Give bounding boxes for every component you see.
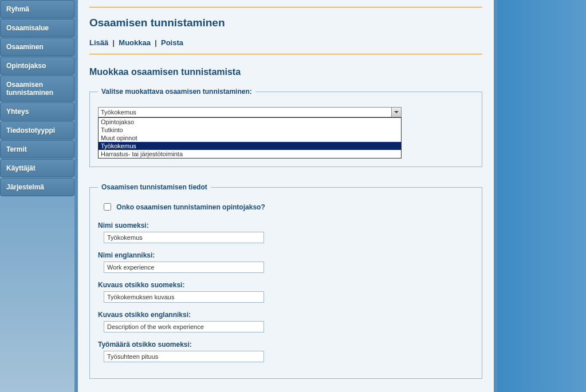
separator: | [113,39,115,47]
sidebar-item-osaaminen[interactable]: Osaaminen [0,38,74,56]
option-opintojakso[interactable]: Opintojakso [99,118,401,126]
divider [89,54,482,54]
option-tutkinto[interactable]: Tutkinto [99,126,401,134]
chevron-down-icon [391,108,401,117]
workload-title-fi-label: Työmäärä otsikko suomeksi: [98,340,474,349]
desc-title-en-input[interactable] [104,321,264,332]
sidebar-item-osaamisen-tunnistaminen[interactable]: Osaamisen tunnistaminen [0,76,74,102]
main-content: Osaamisen tunnistaminen Lisää | Muokkaa … [74,0,497,392]
workload-title-fi-input[interactable] [104,351,264,362]
divider [89,7,482,7]
action-edit[interactable]: Muokkaa [119,38,151,47]
is-course-label: Onko osaamisen tunnistaminen opintojakso… [116,203,265,211]
option-tyokokemus[interactable]: Työkokemus [99,142,401,150]
sidebar-item-opintojakso[interactable]: Opintojakso [0,57,74,75]
sidebar-item-jarjestelma[interactable]: Järjestelmä [0,178,74,196]
select-legend: Valitse muokattava osaamisen tunnistamin… [98,88,255,96]
details-fieldset: Osaamisen tunnistamisen tiedot Onko osaa… [89,183,482,379]
page-subtitle: Muokkaa osaamisen tunnistamista [89,67,482,77]
sidebar-item-yhteys[interactable]: Yhteys [0,102,74,121]
page-title: Osaamisen tunnistaminen [89,17,482,29]
sidebar-item-kayttajat[interactable]: Käyttäjät [0,159,74,177]
action-add[interactable]: Lisää [89,38,108,47]
sidebar-item-tiedostotyyppi[interactable]: Tiedostotyyppi [0,121,74,140]
sidebar-item-termit[interactable]: Termit [0,140,74,159]
desc-title-en-label: Kuvaus otsikko englanniksi: [98,311,474,319]
sidebar-item-ryhma[interactable]: Ryhmä [0,0,74,18]
name-fi-label: Nimi suomeksi: [98,221,474,229]
select-selected-value: Työkokemus [101,109,136,116]
option-muut-opinnot[interactable]: Muut opinnot [99,134,401,142]
desc-title-fi-input[interactable] [104,291,264,303]
select-recognition[interactable]: Työkokemus [98,107,402,117]
name-en-label: Nimi englanniksi: [98,251,474,259]
is-course-checkbox[interactable] [104,203,111,211]
name-fi-input[interactable] [104,232,264,243]
sidebar: Ryhmä Osaamisalue Osaaminen Opintojakso … [0,0,74,392]
select-fieldset: Valitse muokattava osaamisen tunnistamin… [89,88,482,167]
details-legend: Osaamisen tunnistamisen tiedot [98,183,211,191]
separator: | [155,39,156,47]
dropdown-list: Opintojakso Tutkinto Muut opinnot Työkok… [98,117,402,159]
action-links: Lisää | Muokkaa | Poista [89,38,482,47]
option-harrastus[interactable]: Harrastus- tai järjestötoiminta [99,150,401,158]
right-accent [497,0,586,392]
desc-title-fi-label: Kuvaus otsikko suomeksi: [98,281,474,289]
name-en-input[interactable] [104,262,264,273]
sidebar-item-osaamisalue[interactable]: Osaamisalue [0,19,74,37]
action-delete[interactable]: Poista [161,38,183,47]
